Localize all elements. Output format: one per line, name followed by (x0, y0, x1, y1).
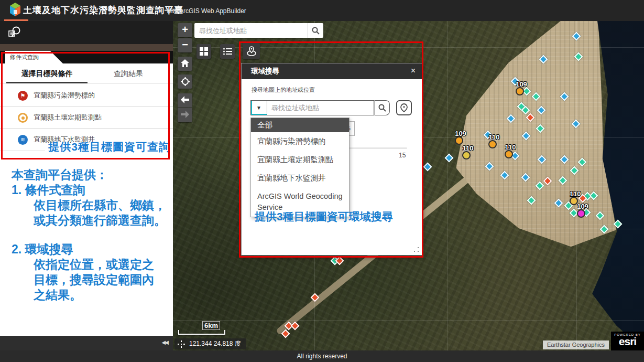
page-subtitle: with ArcGIS Web AppBuilder (167, 0, 246, 21)
description-line: 2. 環域搜尋 (12, 242, 170, 257)
footer: All rights reserved (0, 350, 644, 362)
scale-bar-label: 6km (202, 321, 220, 330)
zoom-out-button[interactable]: − (178, 38, 192, 52)
dialog-search-button[interactable] (374, 100, 390, 115)
panel-tab-strip: 條件式查詢 (0, 51, 173, 63)
app-root: 109109110110110110109 + − 6km 121.344 24… (0, 0, 644, 362)
map-attribution: Earthstar Geographics (543, 340, 609, 349)
marker-year-label: 110 (505, 143, 516, 151)
locate-button[interactable] (178, 74, 192, 89)
dialog-search-label: 搜尋地圖上的地址或位置 (252, 86, 315, 94)
query-widget-icon[interactable] (8, 26, 23, 39)
map-marker-circle[interactable] (516, 87, 524, 95)
platform-description: 本查詢平台提供：1. 條件式查詢依目標所在縣市、鄉鎮，或其分類進行篩選查詢。2.… (12, 167, 170, 303)
footer-text: All rights reserved (297, 353, 347, 360)
graticule-line (447, 21, 448, 350)
page-title: 土壤及地下水污染潛勢與監測查詢平臺 (23, 0, 183, 21)
esri-brand: esri (611, 336, 644, 347)
esri-logo: POWERED BY esri (611, 332, 644, 350)
graticule-line (173, 320, 644, 321)
target-label: 宜蘭縣污染潛勢標的 (34, 84, 95, 107)
target-row-soil[interactable]: 宜蘭縣土壤定期監測點 (0, 107, 173, 129)
description-line: 目標，搜尋設定範圍內 (12, 272, 170, 288)
map-marker-circle[interactable] (455, 136, 463, 145)
target-row-pollution[interactable]: ⚑ 宜蘭縣污染潛勢標的 (0, 84, 173, 107)
locate-icon (181, 77, 190, 86)
description-line: 本查詢平台提供： (12, 167, 170, 183)
slider-max-label: 15 (399, 152, 406, 159)
panel-tabs: 選擇目標與條件 查詢結果 (0, 66, 173, 83)
map-marker-circle[interactable] (462, 151, 471, 159)
dropdown-item[interactable]: 全部 (251, 118, 349, 132)
tab-conditional-query[interactable]: 條件式查詢 (5, 51, 63, 63)
dropdown-item[interactable]: 宜蘭縣污染潛勢標的 (251, 132, 349, 151)
near-me-dialog: 環域搜尋 × 搜尋地圖上的地址或位置 5 15 ▼ 全部宜蘭縣污染潛勢標的宜蘭縣… (241, 63, 422, 255)
search-icon (312, 27, 320, 35)
map-search-box (194, 23, 323, 38)
divider (0, 151, 45, 151)
near-me-widget-button[interactable] (243, 42, 260, 59)
marker-year-label: 110 (489, 133, 500, 141)
arrow-right-icon (181, 111, 189, 118)
app-logo-icon (6, 2, 24, 18)
pick-location-button[interactable] (396, 100, 412, 115)
panel-accent-bar (0, 44, 173, 51)
arrow-left-icon (181, 96, 189, 103)
scale-bar (178, 330, 225, 335)
map-marker-circle[interactable] (488, 140, 497, 148)
map-pin-icon (246, 46, 257, 56)
dropdown-item[interactable]: 宜蘭縣地下水監測井 (251, 169, 349, 187)
panel-collapse-bar: ◀◀ (0, 336, 173, 350)
annotation-target-layers: 提供3種目標圖資可查詢 (48, 140, 170, 154)
marker-year-label: 110 (570, 190, 581, 198)
dialog-address-input[interactable] (267, 100, 374, 115)
dialog-resize-handle[interactable] (413, 247, 419, 252)
previous-extent-button[interactable] (178, 93, 192, 108)
map-marker-circle[interactable] (505, 150, 513, 158)
conditional-query-panel: 條件式查詢 選擇目標與條件 查詢結果 ⚑ 宜蘭縣污染潛勢標的 宜蘭縣土壤定期監測… (0, 51, 173, 336)
annotation-near-me: 提供3種目標圖資可環域搜尋 (255, 209, 393, 224)
dialog-title: 環域搜尋 (251, 63, 279, 79)
source-dropdown-list: 全部宜蘭縣污染潛勢標的宜蘭縣土壤定期監測點宜蘭縣地下水監測井ArcGIS Wor… (250, 118, 350, 217)
ring-marker-icon (18, 113, 28, 123)
source-dropdown-button[interactable]: ▼ (250, 100, 267, 115)
home-icon (181, 59, 189, 67)
collapse-panel-button[interactable]: ◀◀ (162, 339, 168, 345)
list-icon (223, 48, 232, 55)
description-line: 1. 條件式查詢 (12, 183, 170, 198)
location-pin-icon (400, 103, 408, 112)
flag-marker-icon: ⚑ (18, 91, 28, 101)
dialog-header[interactable]: 環域搜尋 × (242, 63, 422, 79)
close-icon[interactable]: × (411, 63, 416, 78)
map-search-button[interactable] (308, 23, 323, 38)
well-marker-icon: ≋ (18, 135, 28, 145)
coordinate-readout: 121.344 24.818 度 (189, 339, 241, 348)
next-extent-button[interactable] (178, 108, 192, 122)
legend-button[interactable] (220, 44, 235, 59)
dropdown-item[interactable]: 宜蘭縣土壤定期監測點 (251, 151, 349, 169)
map-search-input[interactable] (194, 23, 308, 38)
grid-icon (200, 47, 208, 56)
basemap-gallery-button[interactable] (197, 44, 211, 59)
zoom-in-button[interactable]: + (178, 23, 192, 37)
search-icon (378, 104, 386, 112)
description-line: 之結果。 (12, 288, 170, 303)
left-toolbar (0, 21, 173, 44)
tab-select-target[interactable]: 選擇目標與條件 (6, 66, 88, 83)
coordinate-widget: 121.344 24.818 度 (174, 338, 246, 349)
chevron-down-icon: ▼ (256, 105, 261, 111)
target-label: 宜蘭縣土壤定期監測點 (34, 107, 102, 129)
crosshair-icon[interactable] (178, 340, 185, 348)
tab-query-results[interactable]: 查詢結果 (94, 66, 162, 83)
graticule-line (576, 21, 577, 350)
home-button[interactable] (178, 57, 192, 71)
app-header: 土壤及地下水污染潛勢與監測查詢平臺 with ArcGIS Web AppBui… (0, 0, 644, 21)
description-line: 或其分類進行篩選查詢。 (12, 213, 170, 228)
marker-year-label: 109 (516, 80, 527, 88)
marker-year-label: 110 (463, 144, 474, 152)
description-line (12, 228, 170, 242)
map-marker-circle[interactable] (577, 209, 585, 218)
description-line: 依指定位置，或選定之 (12, 257, 170, 272)
description-line: 依目標所在縣市、鄉鎮， (12, 198, 170, 213)
marker-year-label: 109 (455, 130, 466, 137)
